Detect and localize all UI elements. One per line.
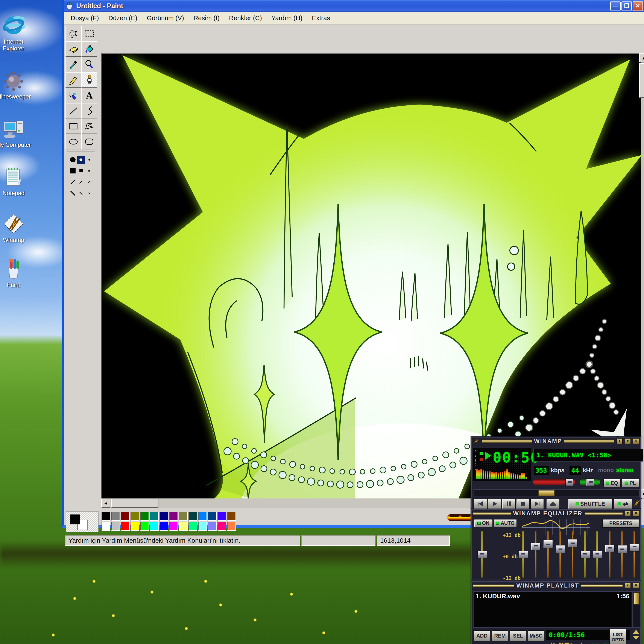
winamp-close-button[interactable]: ✕ (633, 438, 639, 444)
color-swatch-#4000ff[interactable] (217, 512, 226, 521)
brush-square-large[interactable] (70, 168, 76, 173)
equalizer-titlebar[interactable]: WINAMP EQUALIZER ▾ ✕ (471, 509, 641, 518)
brush-slash-medium[interactable] (79, 181, 83, 184)
tool-pencil[interactable] (65, 72, 81, 88)
color-swatch-#008000[interactable] (140, 512, 149, 521)
color-swatch-#c0c0c0[interactable] (111, 522, 120, 531)
eject-button[interactable] (546, 499, 560, 509)
menu-extras[interactable]: Extras (307, 13, 335, 23)
tool-brush[interactable] (81, 72, 97, 88)
balance-slider[interactable] (580, 479, 600, 485)
shuffle-button[interactable]: SHUFFLE (568, 499, 613, 509)
brush-square-small[interactable] (88, 170, 90, 172)
brush-slash-small[interactable] (88, 181, 90, 183)
brush-backslash-medium[interactable] (79, 192, 83, 195)
menu-renkler[interactable]: Renkler (C) (224, 13, 267, 23)
playlist-scrollbar[interactable] (632, 591, 641, 628)
eq-preamp-slider[interactable] (477, 531, 486, 578)
eq-presets-button[interactable]: PRESETS (602, 519, 639, 528)
tool-magnifier[interactable] (81, 57, 97, 72)
seek-thumb[interactable] (538, 490, 555, 496)
pause-button[interactable] (502, 499, 516, 509)
brush-size-small[interactable] (88, 159, 90, 161)
desktop-icon-notepad[interactable]: Notepad (0, 165, 32, 197)
color-swatch-#ffffff[interactable] (102, 522, 110, 531)
balance-thumb[interactable] (586, 478, 594, 486)
minimize-button[interactable]: — (610, 1, 621, 11)
eq-band-slider-12K[interactable] (605, 531, 614, 578)
eq-band-slider-14K[interactable] (617, 531, 626, 578)
playlist-scroll-thumb[interactable] (633, 592, 639, 605)
eq-band-slider-600[interactable] (556, 531, 565, 578)
close-button[interactable]: ✕ (633, 1, 643, 11)
desktop-icon-winamp[interactable]: Winamp (0, 212, 32, 243)
winamp-minimize-button[interactable]: ● (617, 438, 623, 444)
tool-rectangle[interactable] (65, 118, 81, 134)
tool-free-form-select[interactable] (65, 26, 81, 41)
track-title-marquee[interactable]: 1. KUDUR.WAV <1:56> (533, 449, 643, 462)
eq-on-button[interactable]: ON (474, 519, 493, 527)
color-swatch-#800080[interactable] (169, 512, 178, 521)
time-display[interactable]: 00:56 (493, 449, 540, 466)
menu-yardım[interactable]: Yardım (H) (267, 13, 307, 23)
tool-airbrush[interactable] (65, 88, 81, 103)
tool-curve[interactable] (81, 103, 97, 118)
menu-dosya[interactable]: Dosya (F) (66, 13, 104, 23)
menu-düzen[interactable]: Düzen (E) (104, 13, 142, 23)
playlist-titlebar[interactable]: WINAMP PLAYLIST ▾ ✕ (471, 581, 641, 590)
winamp-titlebar[interactable]: WINAMP ● ▾ ✕ (471, 437, 641, 445)
color-swatch-#80ffff[interactable] (198, 522, 207, 531)
desktop-icon-my-computer[interactable]: My Computer (0, 117, 32, 148)
eq-band-slider-3K[interactable] (580, 531, 589, 578)
playlist-misc-button[interactable]: MiSC (528, 630, 544, 641)
playlist-rem-button[interactable]: REM (492, 630, 508, 641)
color-swatch-#00ff80[interactable] (188, 522, 197, 531)
previous-button[interactable] (474, 499, 487, 509)
brush-backslash-small[interactable] (88, 192, 90, 194)
brush-square-medium[interactable] (79, 169, 83, 172)
brush-slash-large[interactable] (70, 180, 75, 185)
playlist-close-button[interactable]: ✕ (633, 583, 639, 588)
color-swatch-#800000[interactable] (121, 512, 130, 521)
eq-band-slider-16K[interactable] (630, 531, 639, 578)
color-swatch-#808080[interactable] (111, 512, 120, 521)
color-swatch-#004080[interactable] (208, 512, 217, 521)
color-swatch-#ffff80[interactable] (179, 522, 188, 531)
color-swatch-#808040[interactable] (179, 512, 188, 521)
color-swatch-#ffff00[interactable] (131, 522, 139, 531)
playlist-tracklist[interactable]: 1. KUDUR.wav1:56 (473, 591, 632, 628)
color-swatch-#00ff00[interactable] (140, 522, 149, 531)
playlist-add-button[interactable]: ADD (474, 630, 490, 641)
menu-resim[interactable]: Resim (I) (189, 13, 224, 23)
pl-toggle-button[interactable]: PL (622, 479, 639, 487)
eq-band-slider-170[interactable] (531, 531, 540, 578)
playlist-sel-button[interactable]: SEL (510, 630, 526, 641)
color-swatch-#ff0000[interactable] (121, 522, 130, 531)
brush-backslash-large[interactable] (70, 191, 75, 196)
paint-titlebar[interactable]: Untitled - Paint — ❐ ✕ (64, 0, 644, 12)
brush-shape-options[interactable] (67, 152, 95, 203)
equalizer-shade-button[interactable]: ▾ (625, 511, 631, 516)
playlist-item[interactable]: 1. KUDUR.wav1:56 (474, 592, 632, 601)
seek-bar[interactable] (474, 489, 640, 497)
stop-button[interactable] (516, 499, 530, 509)
next-button[interactable] (530, 499, 544, 509)
brush-size-large[interactable] (70, 157, 76, 162)
eq-band-slider-1K[interactable] (568, 531, 577, 578)
color-swatch-#808000[interactable] (131, 512, 139, 521)
tool-text[interactable]: A (81, 88, 97, 103)
repeat-button[interactable] (614, 499, 632, 509)
eq-toggle-button[interactable]: EQ (603, 479, 621, 487)
paint-canvas[interactable] (101, 53, 642, 499)
color-swatch-#004040[interactable] (188, 512, 197, 521)
tool-rounded-rectangle[interactable] (81, 134, 97, 149)
eq-band-slider-310[interactable] (543, 531, 552, 578)
spectrum-analyzer[interactable] (476, 466, 529, 479)
color-swatch-#8080ff[interactable] (208, 522, 217, 531)
color-swatch-#ff0080[interactable] (217, 522, 226, 531)
equalizer-close-button[interactable]: ✕ (633, 511, 639, 516)
tool-polygon[interactable] (81, 118, 97, 134)
color-swatch-#0000ff[interactable] (159, 522, 168, 531)
list-options-button[interactable]: LISTOPTS (609, 629, 626, 644)
playlist-scroll-arrows[interactable] (633, 630, 639, 640)
